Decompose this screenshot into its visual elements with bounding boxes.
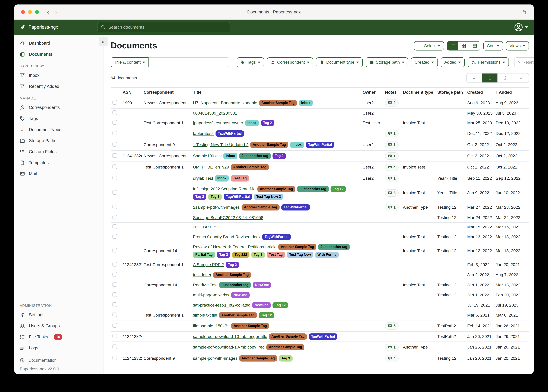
- brand[interactable]: Paperless-ngx: [19, 24, 58, 30]
- document-tag[interactable]: Test Tag: [231, 175, 249, 182]
- title-content-dropdown[interactable]: Title & content: [111, 57, 149, 67]
- document-link[interactable]: simple txt file: [193, 313, 217, 318]
- sidebar-item-mail[interactable]: Mail: [14, 168, 103, 179]
- document-link[interactable]: H7_Napoleon_Bonaparte_zadanie: [193, 101, 257, 105]
- document-link[interactable]: UM_PPBE_en_v29: [193, 165, 229, 169]
- select-button[interactable]: Select: [414, 41, 444, 50]
- document-tag[interactable]: Tag 2: [217, 252, 230, 258]
- row-checkbox[interactable]: [112, 120, 117, 125]
- document-link[interactable]: Review-of-New-York-Federal-Petitions-art…: [193, 245, 277, 249]
- forward-chevron-icon[interactable]: ›: [55, 8, 57, 15]
- added-filter-button[interactable]: Added: [441, 57, 465, 67]
- notes-badge[interactable]: 1: [385, 175, 399, 182]
- document-tag[interactable]: Another Sample Tag: [259, 100, 297, 106]
- reset-filters-button[interactable]: × Reset filters: [514, 57, 534, 67]
- row-checkbox[interactable]: [112, 190, 117, 195]
- document-tag[interactable]: Tag 12: [259, 312, 274, 319]
- notes-badge[interactable]: 2: [385, 99, 399, 106]
- sidebar-item-templates[interactable]: Templates: [14, 157, 103, 168]
- user-menu[interactable]: [514, 22, 528, 32]
- sidebar-item-dashboard[interactable]: Dashboard: [14, 38, 103, 49]
- document-tag[interactable]: Tag 3: [208, 194, 222, 200]
- notes-badge[interactable]: 1: [385, 343, 399, 351]
- document-tag[interactable]: Test Tag New 2: [254, 194, 283, 200]
- row-checkbox[interactable]: [112, 110, 117, 115]
- back-chevron-icon[interactable]: ‹: [47, 8, 49, 15]
- document-tag[interactable]: Inbox: [245, 120, 259, 126]
- share-icon[interactable]: [521, 9, 527, 15]
- document-tag[interactable]: Test Tag: [267, 252, 285, 258]
- view-list-button[interactable]: [447, 42, 458, 50]
- row-checkbox[interactable]: [112, 164, 117, 169]
- document-link[interactable]: tablerates2: [193, 131, 214, 136]
- row-checkbox[interactable]: [112, 153, 117, 158]
- document-link[interactable]: 2011 BP Pie 2: [193, 225, 219, 230]
- document-tag[interactable]: TagWithPartial: [216, 130, 244, 137]
- document-tag[interactable]: NewOne: [252, 282, 271, 288]
- header-correspondent[interactable]: Correspondent: [142, 87, 191, 97]
- pagination-prev[interactable]: «: [467, 73, 482, 83]
- document-link[interactable]: Sonstige ScanPC2022 03-24_081058: [193, 215, 263, 220]
- sidebar-item-document-types[interactable]: #Document Types: [14, 124, 103, 135]
- document-tag[interactable]: TagWithPartial: [309, 333, 337, 340]
- created-filter-button[interactable]: Created: [411, 57, 438, 67]
- document-tag[interactable]: Another Sample Tag: [266, 344, 304, 350]
- document-tag[interactable]: With Perms: [315, 252, 339, 258]
- notes-badge[interactable]: 6: [385, 189, 399, 196]
- sort-button[interactable]: Sort: [483, 41, 503, 50]
- row-checkbox[interactable]: [112, 356, 117, 360]
- document-link[interactable]: 1 Testing New Title Updated 2: [193, 142, 248, 147]
- sidebar-item-correspondents[interactable]: Correspondents: [14, 102, 103, 113]
- document-tag[interactable]: Inbox: [223, 153, 237, 159]
- notes-badge[interactable]: 4: [385, 164, 399, 171]
- sidebar-item-tags[interactable]: Tags: [14, 113, 103, 124]
- document-tag[interactable]: Another Sample Tag: [231, 323, 269, 329]
- document-tag[interactable]: TagWithPartial: [281, 204, 310, 210]
- document-link[interactable]: French Country Bread Revised.docx: [193, 235, 260, 239]
- document-tag[interactable]: Just another tag: [297, 186, 329, 192]
- document-tag[interactable]: Another Sample Tag: [219, 312, 257, 319]
- document-tag[interactable]: Tag 2: [273, 153, 286, 159]
- sidebar-item-logs[interactable]: Logs: [14, 343, 103, 353]
- document-tag[interactable]: Just another tag: [318, 244, 350, 250]
- row-checkbox[interactable]: [112, 262, 117, 266]
- document-tag[interactable]: NewOne: [252, 302, 271, 308]
- notes-badge[interactable]: 4: [385, 355, 399, 362]
- sidebar-item-settings[interactable]: Settings: [14, 309, 103, 320]
- document-tag[interactable]: TagWithPartial: [306, 142, 334, 148]
- view-grid-button[interactable]: [458, 42, 469, 50]
- global-search[interactable]: [98, 22, 230, 32]
- document-tag[interactable]: Tag 3: [279, 355, 292, 362]
- header-owner[interactable]: Owner: [361, 87, 383, 97]
- header-title[interactable]: Title: [191, 87, 361, 97]
- document-link[interactable]: multi-page-mixedxx: [193, 293, 229, 297]
- document-link[interactable]: sample-pdf-with-images: [193, 356, 237, 361]
- notes-badge[interactable]: 1: [385, 141, 399, 148]
- header-added[interactable]: ↑ Added: [494, 87, 529, 97]
- storage-path-filter-button[interactable]: Storage path: [366, 57, 408, 67]
- notes-badge[interactable]: 5: [385, 322, 399, 329]
- sidebar-item-documents[interactable]: Documents: [14, 49, 103, 60]
- document-tag[interactable]: Another Sample Tag: [257, 186, 296, 192]
- document-link[interactable]: A Sample PDF 2: [193, 262, 224, 267]
- document-tag[interactable]: Test Tag New: [287, 252, 313, 258]
- row-checkbox[interactable]: [112, 248, 117, 252]
- document-tag[interactable]: TagWithPartial: [262, 234, 291, 240]
- document-tag[interactable]: Tag 12: [331, 186, 346, 192]
- document-tag[interactable]: Another Sample Tag: [239, 355, 277, 362]
- document-link[interactable]: file-sample_150kBs: [193, 324, 230, 328]
- documentation-link[interactable]: Documentation: [14, 356, 103, 365]
- document-tag[interactable]: Inbox: [299, 100, 313, 106]
- sidebar-item-storage-paths[interactable]: Storage Paths: [14, 135, 103, 146]
- notes-badge[interactable]: 1: [385, 152, 399, 160]
- notes-badge[interactable]: 1: [385, 130, 399, 137]
- document-link[interactable]: drylab Test: [193, 176, 213, 181]
- close-window-button[interactable]: [21, 10, 25, 14]
- tags-filter-button[interactable]: Tags: [237, 57, 264, 67]
- document-link[interactable]: 0004814539_20230531: [193, 111, 237, 116]
- document-link[interactable]: [paperless] test post-owner: [193, 120, 243, 125]
- header-notes[interactable]: Notes: [383, 87, 401, 97]
- row-checkbox[interactable]: [112, 142, 117, 147]
- document-link[interactable]: 2sample-pdf-with-images: [193, 205, 240, 210]
- document-link[interactable]: sample-pdf-download-10-mb-longer-title: [193, 334, 267, 339]
